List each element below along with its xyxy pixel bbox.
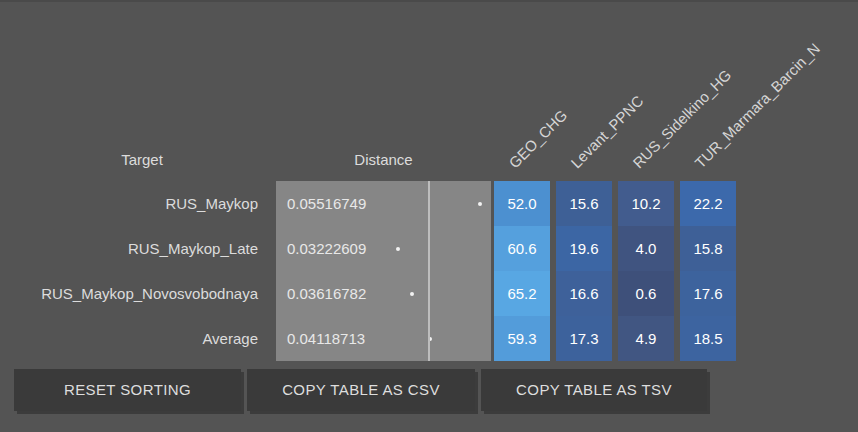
window-top-edge	[0, 0, 858, 2]
admixture-cell: 4.9	[618, 316, 674, 361]
distance-cell: 0.04118713	[276, 316, 491, 361]
distance-value: 0.04118713	[287, 316, 365, 361]
admixture-cell: 10.2	[618, 181, 674, 226]
distance-value: 0.03616782	[287, 271, 366, 316]
distance-value: 0.05516749	[287, 181, 366, 226]
reset-sorting-button[interactable]: RESET SORTING	[14, 369, 241, 411]
distance-cell: 0.03222609	[276, 226, 491, 271]
admixture-cell: 18.5	[680, 316, 736, 361]
distance-scatter-dot	[410, 292, 414, 296]
distance-cell: 0.03616782	[276, 271, 491, 316]
copy-table-as-csv-button[interactable]: COPY TABLE AS CSV	[247, 369, 475, 411]
target-label: Average	[0, 316, 258, 361]
model-column-header-TUR_Marmara_Barcin_N[interactable]: TUR_Marmara_Barcin_N	[691, 40, 823, 172]
target-label: RUS_Maykop_Novosvobodnaya	[0, 271, 258, 316]
admixture-cell: 15.8	[680, 226, 736, 271]
copy-table-as-tsv-button[interactable]: COPY TABLE AS TSV	[481, 369, 707, 411]
distance-cell: 0.05516749	[276, 181, 491, 226]
admixture-cell: 17.3	[556, 316, 612, 361]
distance-column-header[interactable]: Distance	[276, 150, 491, 170]
average-distance-line	[428, 181, 430, 361]
admixture-cell: 4.0	[618, 226, 674, 271]
model-column-header-GEO_CHG[interactable]: GEO_CHG	[505, 106, 571, 172]
admixture-cell: 15.6	[556, 181, 612, 226]
admixture-cell: 65.2	[494, 271, 550, 316]
target-label: RUS_Maykop	[0, 181, 258, 226]
admixture-cell: 52.0	[494, 181, 550, 226]
admixture-cell: 17.6	[680, 271, 736, 316]
admixture-cell: 22.2	[680, 181, 736, 226]
admixture-cell: 16.6	[556, 271, 612, 316]
distance-scatter-dot	[396, 247, 400, 251]
distance-scatter-dot	[478, 202, 482, 206]
target-label: RUS_Maykop_Late	[0, 226, 258, 271]
admixture-cell: 60.6	[494, 226, 550, 271]
admixture-cell: 0.6	[618, 271, 674, 316]
target-column-header[interactable]: Target	[0, 150, 284, 170]
distance-value: 0.03222609	[287, 226, 366, 271]
admixture-cell: 19.6	[556, 226, 612, 271]
admixture-cell: 59.3	[494, 316, 550, 361]
